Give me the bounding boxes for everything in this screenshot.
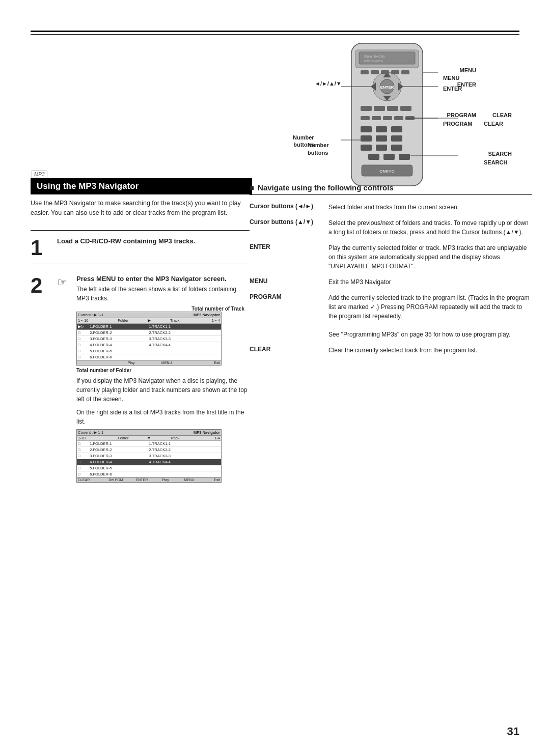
clear-label: CLEAR: [492, 112, 512, 118]
nav-item-enter: ENTER Play the currently selected folder…: [250, 241, 532, 275]
svg-rect-26: [376, 135, 387, 142]
remote-control-area: ONKYO DX-C390 REMOTE CONTROL ENTER: [300, 41, 474, 199]
step-2-para1: If you display the MP3 Navigator when a …: [76, 376, 250, 404]
svg-rect-33: [399, 154, 410, 160]
section-heading: Using the MP3 Navigator: [31, 178, 252, 194]
svg-rect-32: [383, 154, 395, 160]
svg-rect-14: [374, 106, 385, 111]
nav-label-menu: MENU: [250, 275, 328, 291]
svg-rect-27: [391, 135, 402, 142]
nav-label-cursor-ud: Cursor buttons (▲/▼): [250, 216, 328, 241]
svg-rect-9: [371, 70, 379, 74]
cursor-arrows-label: ◄/►/▲/▼: [315, 80, 342, 87]
svg-rect-19: [383, 116, 392, 120]
page-number: 31: [507, 725, 519, 738]
svg-rect-28: [361, 145, 372, 151]
svg-rect-15: [387, 106, 398, 111]
svg-rect-29: [376, 145, 387, 151]
nav-item-cursor-lr: Cursor buttons (◄/►) Select folder and t…: [250, 200, 532, 216]
nav-desc-menu: Exit the MP3 Navigator: [328, 275, 532, 291]
svg-rect-25: [361, 135, 372, 142]
svg-rect-18: [372, 116, 381, 120]
svg-rect-30: [391, 145, 402, 151]
nav-label-enter: ENTER: [250, 241, 328, 275]
svg-rect-20: [394, 116, 403, 120]
navigate-heading: ■ Navigate using the following controls: [250, 183, 532, 195]
svg-rect-22: [361, 126, 372, 132]
svg-text:ONKYO: ONKYO: [379, 169, 394, 174]
navigate-section: ■ Navigate using the following controls …: [250, 183, 532, 359]
svg-rect-10: [381, 70, 389, 74]
svg-rect-11: [391, 70, 399, 74]
step-2-para2: On the right side is a list of MP3 track…: [76, 408, 250, 426]
step-2-content: Press MENU to enter the MP3 Navigator sc…: [76, 275, 250, 483]
top-rules: [31, 31, 519, 35]
step-1: 1 Load a CD-R/CD-RW containing MP3 track…: [31, 232, 250, 264]
nav-desc-enter: Play the currently selected folder or tr…: [328, 241, 532, 275]
folder-total-label: Total number of Folder: [76, 368, 250, 373]
svg-rect-2: [359, 52, 415, 64]
step-2-icon: ☞: [57, 275, 76, 289]
program-label: PROGRAM: [447, 112, 476, 118]
svg-text:ENTER: ENTER: [380, 85, 394, 90]
remote-number-label: Numberbuttons: [308, 142, 329, 157]
svg-text:REMOTE CONTROL: REMOTE CONTROL: [364, 60, 384, 62]
mp3-tag: MP3: [32, 171, 47, 178]
nav-item-program: PROGRAM Add the currently selected track…: [250, 291, 532, 343]
svg-rect-24: [391, 126, 402, 132]
remote-menu-label: MENU: [443, 75, 459, 81]
screen-mockup-1: Current : ▶ 1-1 MP3 Navigator 1～10 Folde…: [76, 312, 222, 366]
remote-program-label: PROGRAM: [443, 121, 472, 127]
step-2-body: The left side of the screen shows a list…: [76, 285, 250, 303]
svg-rect-13: [361, 106, 372, 111]
nav-item-clear: CLEAR Clear the currently selected track…: [250, 343, 532, 359]
svg-text:ONKYO DX-C390: ONKYO DX-C390: [364, 55, 384, 58]
step-2-number: 2: [31, 275, 57, 296]
svg-rect-16: [400, 106, 411, 111]
step-1-content: Load a CD-R/CD-RW containing MP3 tracks.: [57, 237, 195, 245]
nav-item-cursor-ud: Cursor buttons (▲/▼) Select the previous…: [250, 216, 532, 241]
nav-label-clear: CLEAR: [250, 343, 328, 359]
nav-desc-program: Add the currently selected track to the …: [328, 291, 532, 343]
screen-mockup-2: Current : ▶ 1-1 MP3 Navigator 1-10 Folde…: [76, 429, 222, 483]
svg-rect-31: [368, 154, 379, 160]
remote-enter-label: ENTER: [443, 86, 462, 92]
svg-rect-8: [361, 70, 369, 74]
menu-label: MENU: [460, 67, 476, 73]
svg-rect-12: [401, 70, 409, 74]
remote-search-label: SEARCH: [484, 159, 507, 165]
step-2-title: Press MENU to enter the MP3 Navigator sc…: [76, 275, 250, 283]
search-label: SEARCH: [488, 151, 512, 157]
nav-item-menu: MENU Exit the MP3 Navigator: [250, 275, 532, 291]
nav-label-cursor-lr: Cursor buttons (◄/►): [250, 200, 328, 216]
nav-desc-clear: Clear the currently selected track from …: [328, 343, 532, 359]
nav-label-program: PROGRAM: [250, 291, 328, 343]
navigate-table: Cursor buttons (◄/►) Select folder and t…: [250, 200, 532, 359]
step-2: 2 ☞ Press MENU to enter the MP3 Navigato…: [31, 270, 250, 488]
nav-desc-cursor-lr: Select folder and tracks from the curren…: [328, 200, 532, 216]
step-1-number: 1: [31, 237, 57, 259]
remote-clear-label: CLEAR: [484, 121, 503, 127]
track-total-label: Total number of Track: [76, 306, 250, 312]
svg-rect-23: [376, 126, 387, 132]
nav-desc-cursor-ud: Select the previous/next of folders and …: [328, 216, 532, 241]
step-1-title: Load a CD-R/CD-RW containing MP3 tracks.: [57, 237, 195, 245]
svg-rect-17: [361, 116, 370, 120]
intro-text: Use the MP3 Navigator to make searching …: [31, 199, 244, 218]
remote-svg: ONKYO DX-C390 REMOTE CONTROL ENTER: [300, 41, 474, 199]
